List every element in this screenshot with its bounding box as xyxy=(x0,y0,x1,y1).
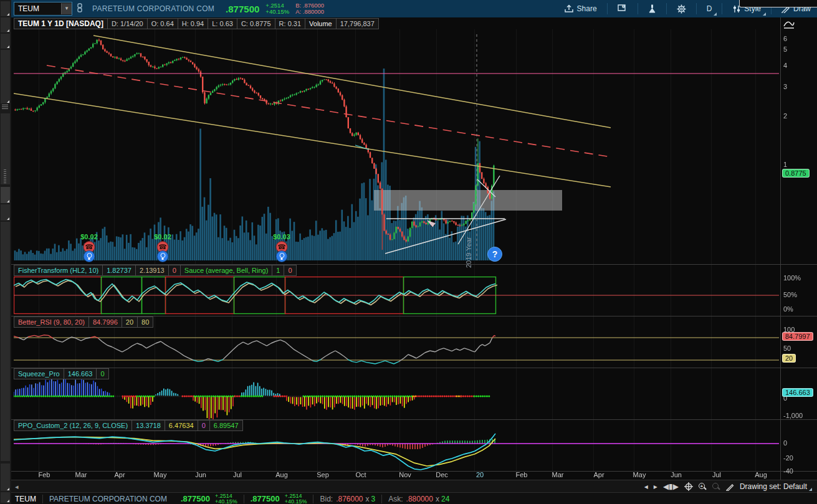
ohlc-field: D: 1/14/20 xyxy=(107,18,148,29)
style-curve-icon[interactable] xyxy=(783,20,795,29)
status-change-pct: +40.15% xyxy=(215,499,237,504)
help-bubble[interactable]: ? xyxy=(487,247,502,262)
alerts-button[interactable]: i xyxy=(611,0,634,17)
bid-label: Bid: xyxy=(320,495,333,503)
symbol-dropdown-button[interactable]: ▾ xyxy=(61,3,72,14)
zoom-out-icon[interactable] xyxy=(712,483,720,491)
indicator-value: 84.7996 xyxy=(88,316,122,328)
left-rail-tile[interactable] xyxy=(1,204,10,221)
ohlc-field: C: 0.8775 xyxy=(237,18,275,29)
company-name: PARETEUM CORPORATION COM xyxy=(92,4,214,13)
indicator-value: 80 xyxy=(137,316,153,328)
rail-drag-handle[interactable] xyxy=(4,169,6,183)
chart-canvas[interactable] xyxy=(14,29,780,471)
time-axis-label: Apr xyxy=(114,471,125,478)
indicator-header-1: FisherTransform (HL2, 10)1.827372.139130… xyxy=(14,265,296,276)
change-stack: +.2514 +40.15% xyxy=(265,2,289,15)
axis-tick-label: 50% xyxy=(783,291,797,298)
left-rail-tile[interactable] xyxy=(1,492,10,503)
indicator-name[interactable]: PPO_Custom_2 (12, 26, 9, CLOSE) xyxy=(14,420,132,431)
indicator-header-4: PPO_Custom_2 (12, 26, 9, CLOSE)13.37186.… xyxy=(14,420,242,431)
rail-menu-icon[interactable] xyxy=(2,105,8,110)
status-mark: .877500 xyxy=(251,494,280,503)
left-rail-tile[interactable] xyxy=(1,222,10,461)
page-left-icon[interactable]: ◂ xyxy=(644,482,648,491)
zoom-in-icon[interactable]: + xyxy=(699,483,707,491)
left-rail-tile[interactable] xyxy=(1,464,10,491)
time-axis-label: 20 xyxy=(476,471,484,478)
price-axis[interactable]: 6543210.8775100%50%0%10084.799750200146.… xyxy=(780,17,817,480)
symbol-value: TEUM xyxy=(18,4,61,13)
gear-icon xyxy=(677,4,686,14)
dividend-label: $0.02 xyxy=(154,233,171,240)
indicator-value: 1.82737 xyxy=(102,265,136,276)
chart-header: TEUM 1 Y 1D [NASDAQ] D: 1/14/20O: 0.64H:… xyxy=(14,18,378,29)
scroll-left-arrow[interactable]: ◂ xyxy=(15,483,19,491)
timeframe-label: D xyxy=(707,4,712,13)
chart-link-icon[interactable] xyxy=(76,3,84,14)
left-rail[interactable] xyxy=(0,0,12,504)
axis-tick-label: 4 xyxy=(783,62,787,69)
time-axis-label: Jul xyxy=(233,471,242,478)
axis-tick-label: 50 xyxy=(783,345,791,352)
indicator-name[interactable]: Squeeze_Pro xyxy=(14,368,64,379)
last-price: .877500 xyxy=(226,4,259,14)
drawing-set-selector[interactable]: Drawing set: Default xyxy=(740,482,812,491)
axis-tick-label: 100% xyxy=(783,274,801,282)
status-bar: TEUM PARETEUM CORPORATION COM .877500 +.… xyxy=(11,492,817,504)
left-rail-tile[interactable] xyxy=(1,50,10,103)
analyze-button[interactable] xyxy=(642,0,662,17)
event-bulb-icon[interactable] xyxy=(157,250,169,262)
time-axis-label: Nov xyxy=(399,471,411,478)
axis-tick-label: 5 xyxy=(783,45,787,53)
crosshair-icon[interactable] xyxy=(684,482,693,491)
indicator-value: 146.663 xyxy=(64,368,97,379)
axis-tick-label: 2 xyxy=(783,112,787,120)
flag-note-icon: i xyxy=(618,4,628,13)
top-toolbar: TEUM ▾ PARETEUM CORPORATION COM .877500 … xyxy=(11,0,817,17)
auto-scroll-icon[interactable]: ◀▮▶ xyxy=(663,482,679,491)
timeframe-button[interactable]: D xyxy=(700,0,719,17)
indicator-value: 1 xyxy=(272,265,284,276)
left-rail-tile[interactable] xyxy=(1,34,10,49)
dividend-label: $0.03 xyxy=(273,233,290,240)
tooltip-overlay xyxy=(739,0,817,7)
share-button[interactable]: Share xyxy=(558,0,603,17)
time-axis[interactable]: FebMarAprMayJunJulAugSepOctNovDec20FebMa… xyxy=(11,471,817,480)
ohlc-field: O: 0.64 xyxy=(147,18,178,29)
indicator-value: 6.47634 xyxy=(165,420,198,431)
status-last: .877500 xyxy=(181,494,210,503)
axis-price-bubble: 84.7997 xyxy=(782,332,813,341)
bid-x: x xyxy=(366,495,370,503)
settings-button[interactable] xyxy=(671,0,692,17)
drawing-pencil-icon[interactable] xyxy=(726,483,734,491)
page-right-icon[interactable]: ▸ xyxy=(654,482,657,491)
axis-tick-label: 0% xyxy=(783,305,793,313)
axis-tick-label: 1 xyxy=(783,161,787,168)
chart-area: TEUM 1 Y 1D [NASDAQ] D: 1/14/20O: 0.64H:… xyxy=(11,17,817,480)
chart-title: TEUM 1 Y 1D [NASDAQ] xyxy=(14,18,108,29)
share-icon xyxy=(564,4,574,13)
time-axis-label: Sep xyxy=(317,471,329,478)
indicator-value: 0 xyxy=(168,265,181,276)
event-bulb-icon[interactable] xyxy=(276,250,288,262)
status-mark-change-stack: +.2514 +40.15% xyxy=(285,493,307,504)
dividend-label: $0.02 xyxy=(80,233,98,240)
status-mark-change-pct: +40.15% xyxy=(285,499,307,504)
change-percent: +40.15% xyxy=(265,9,289,15)
share-label: Share xyxy=(577,4,597,13)
left-rail-tile[interactable] xyxy=(1,187,10,203)
left-rail-tile[interactable] xyxy=(1,1,10,16)
ohlc-fields: D: 1/14/20O: 0.64H: 0.94L: 0.63C: 0.8775… xyxy=(107,18,305,29)
event-bulb-icon[interactable] xyxy=(84,250,95,262)
symbol-input[interactable]: TEUM ▾ xyxy=(14,2,72,16)
indicator-name[interactable]: FisherTransform (HL2, 10) xyxy=(14,265,103,276)
svg-text:i: i xyxy=(623,5,623,8)
indicator-header-2: Better_RSI (9, 80, 20)84.79962080 xyxy=(14,316,153,328)
flask-icon xyxy=(648,4,656,14)
time-axis-label: Mar xyxy=(75,471,87,478)
time-axis-label: May xyxy=(154,471,167,478)
left-rail-tile[interactable] xyxy=(1,17,10,32)
trading-platform-window: TEUM ▾ PARETEUM CORPORATION COM .877500 … xyxy=(0,0,817,504)
indicator-name[interactable]: Better_RSI (9, 80, 20) xyxy=(14,316,89,328)
